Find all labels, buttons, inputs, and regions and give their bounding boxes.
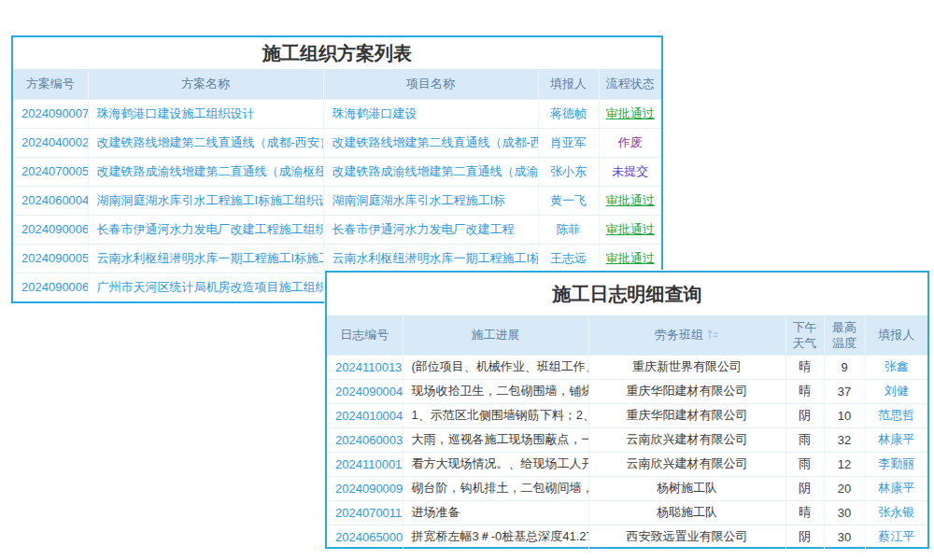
log-col-header-temp: 最高温度 [824,315,865,355]
weather-cell: 晴 [785,500,824,525]
status-badge[interactable]: 审批通过 [599,99,661,128]
progress-cell: 拼宽桥左幅3＃-0桩基总深度41.275.今日进... [403,525,588,549]
plan-col-header-plan: 方案名称 [88,69,323,99]
reporter-link[interactable]: 王志远 [538,244,599,273]
reporter-link[interactable]: 范思哲 [865,403,927,427]
status-badge: 未提交 [599,157,661,186]
plan-id-link[interactable]: 2024090007 [13,99,88,128]
weather-cell: 雨 [785,452,824,476]
table-row: 2024090005 云南水利枢纽潜明水库一期工程施工I标施工组... 云南水利… [13,244,661,273]
log-col-header-progress: 施工进展 [403,315,588,355]
reporter-link[interactable]: 陈菲 [538,215,599,244]
plan-name-link[interactable]: 改建铁路成渝线增建第二直通线（成渝枢纽）... [88,157,323,186]
log-id-link[interactable]: 2024090004 [327,379,403,403]
page: 施工组织方案列表 方案编号 方案名称 项目名称 填报人 流程状态 2024090… [0,0,934,560]
project-name-link[interactable]: 云南水利枢纽潜明水库一期工程施工I标 [323,244,538,273]
team-cell: 杨聪施工队 [588,500,785,525]
log-col-header-reporter: 填报人 [865,315,927,355]
plan-id-link[interactable]: 2024090005 [13,244,88,273]
log-id-link[interactable]: 2024110013 [327,355,403,379]
reporter-link[interactable]: 林康平 [865,476,927,500]
team-cell: 重庆华阳建材有限公司 [588,379,785,403]
reporter-link[interactable]: 黄一飞 [538,186,599,215]
team-cell: 云南欣兴建材有限公司 [588,452,785,476]
weather-cell: 阴 [785,476,824,500]
plan-table-title: 施工组织方案列表 [13,37,661,69]
project-name-link[interactable]: 改建铁路线增建第二线直通线（成都-西安... [323,128,538,157]
table-row: 2024110001 看方大现场情况。、给现场工人开会，整... 云南欣兴建材有… [327,452,927,476]
sort-icon[interactable] [707,329,719,341]
temp-cell: 9 [824,355,865,379]
log-col-header-team[interactable]: 劳务班组 [588,315,785,355]
progress-cell: 大雨，巡视各施工现场围蔽点，一切正常... [403,427,588,452]
log-table-title: 施工日志明细查询 [327,273,927,315]
log-table: 日志编号 施工进展 劳务班组 [327,315,927,549]
weather-cell: 晴 [785,379,824,403]
temp-cell: 37 [824,379,865,403]
reporter-link[interactable]: 肖亚军 [538,128,599,157]
table-row: 2024040002 改建铁路线增建第二线直通线（成都-西安）... 改建铁路线… [13,128,661,157]
weather-cell: 晴 [785,355,824,379]
temp-cell: 30 [824,525,865,549]
plan-name-link[interactable]: 湖南洞庭湖水库引水工程施工I标施工组织设计 [88,186,323,215]
reporter-link[interactable]: 张永银 [865,500,927,525]
log-col-header-id: 日志编号 [327,315,403,355]
plan-name-link[interactable]: 云南水利枢纽潜明水库一期工程施工I标施工组... [88,244,323,273]
progress-cell: 砌台阶，钩机排土，二包砌间墙，晚间加... [403,476,588,500]
reporter-link[interactable]: 张鑫 [865,355,927,379]
plan-col-header-status: 流程状态 [599,69,661,99]
log-id-link[interactable]: 2024070011 [327,500,403,525]
plan-name-link[interactable]: 改建铁路线增建第二线直通线（成都-西安）... [88,128,323,157]
reporter-link[interactable]: 林康平 [865,427,927,452]
plan-table: 方案编号 方案名称 项目名称 填报人 流程状态 2024090007 珠海鹤港口… [13,69,661,301]
temp-cell: 12 [824,452,865,476]
project-name-link[interactable]: 珠海鹤港口建设 [323,99,538,128]
log-table-header-row: 日志编号 施工进展 劳务班组 [327,315,927,355]
project-name-link[interactable]: 湖南洞庭湖水库引水工程施工I标 [323,186,538,215]
log-id-link[interactable]: 2024110001 [327,452,403,476]
weather-cell: 雨 [785,427,824,452]
log-id-link[interactable]: 20240650002 [327,525,403,549]
status-badge[interactable]: 审批通过 [599,215,661,244]
plan-table-header-row: 方案编号 方案名称 项目名称 填报人 流程状态 [13,69,661,99]
team-cell: 西安致远置业有限公司 [588,525,785,549]
reporter-link[interactable]: 蒋德帧 [538,99,599,128]
log-col-header-team-label: 劳务班组 [655,327,703,343]
reporter-link[interactable]: 李勤丽 [865,452,927,476]
status-badge: 作废 [599,128,661,157]
temp-cell: 32 [824,427,865,452]
team-cell: 重庆华阳建材有限公司 [588,403,785,427]
plan-name-link[interactable]: 珠海鹤港口建设施工组织设计 [88,99,323,128]
plan-id-link[interactable]: 2024090006 [13,273,88,301]
project-name-link[interactable]: 长春市伊通河水力发电厂改建工程 [323,215,538,244]
team-cell: 杨树施工队 [588,476,785,500]
reporter-link[interactable]: 刘健 [865,379,927,403]
table-row: 2024090006 长春市伊通河水力发电厂改建工程施工组织设计 长春市伊通河水… [13,215,661,244]
table-row: 2024010004 1、示范区北侧围墙钢筋下料；2、围墙地... 重庆华阳建材… [327,403,927,427]
progress-cell: 1、示范区北侧围墙钢筋下料；2、围墙地... [403,403,588,427]
plan-id-link[interactable]: 2024060004 [13,186,88,215]
log-id-link[interactable]: 2024090009 [327,476,403,500]
progress-cell: 看方大现场情况。、给现场工人开会，整... [403,452,588,476]
table-row: 2024070011 进场准备 杨聪施工队 晴 30 张永银 [327,500,927,525]
plan-name-link[interactable]: 长春市伊通河水力发电厂改建工程施工组织设计 [88,215,323,244]
weather-cell: 阴 [785,525,824,549]
plan-name-link[interactable]: 广州市天河区统计局机房改造项目施工组织设计 [88,273,323,301]
log-id-link[interactable]: 2024060003 [327,427,403,452]
temp-cell: 30 [824,500,865,525]
log-id-link[interactable]: 2024010004 [327,403,403,427]
table-row: 2024070005 改建铁路成渝线增建第二直通线（成渝枢纽）... 改建铁路成… [13,157,661,186]
progress-cell: 现场收拾卫生，二包砌围墙，铺烧结砖，... [403,379,588,403]
table-row: 20240650002 拼宽桥左幅3＃-0桩基总深度41.275.今日进... … [327,525,927,549]
reporter-link[interactable]: 张小东 [538,157,599,186]
status-badge[interactable]: 审批通过 [599,186,661,215]
reporter-link[interactable]: 蔡江平 [865,525,927,549]
log-col-header-weather: 下午天气 [785,315,824,355]
status-badge[interactable]: 审批通过 [599,244,661,273]
plan-id-link[interactable]: 2024090006 [13,215,88,244]
plan-id-link[interactable]: 2024070005 [13,157,88,186]
log-table-panel: 施工日志明细查询 日志编号 施工进展 劳务班组 [325,271,929,549]
project-name-link[interactable]: 改建铁路成渝线增建第二直通线（成渝枢... [323,157,538,186]
plan-id-link[interactable]: 2024040002 [13,128,88,157]
progress-cell: (部位项目、机械作业、班组工作、生产... [403,355,588,379]
